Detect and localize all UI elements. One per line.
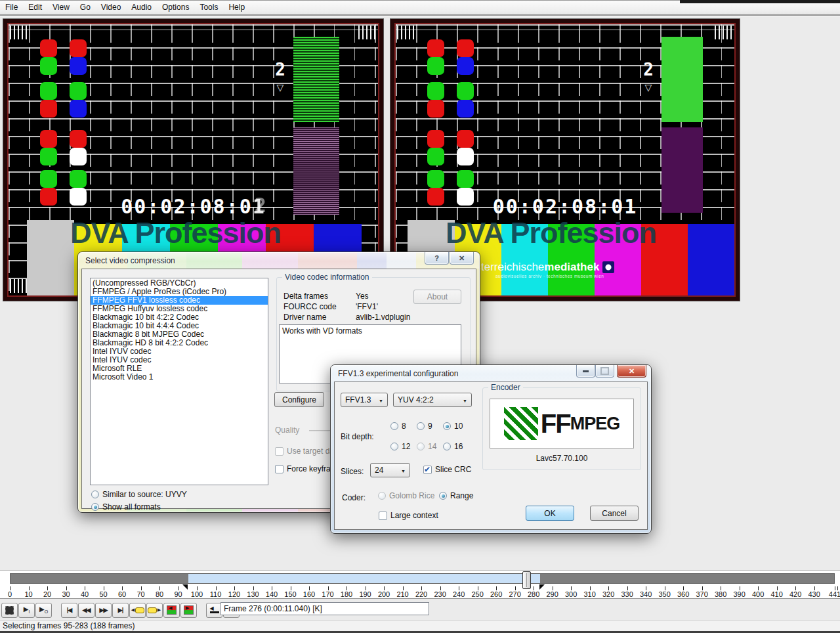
pattern-square: [427, 148, 444, 165]
pattern-square: [427, 39, 444, 57]
slices-dropdown[interactable]: 24▼: [370, 463, 410, 477]
radio-show-all-formats[interactable]: Show all formats: [91, 502, 161, 512]
next-scene-icon: ▶: [184, 605, 194, 615]
ruler-tick-label: 100: [191, 590, 203, 598]
play-output-icon: ▶O: [39, 606, 48, 614]
ruler-tick-label: 160: [303, 590, 315, 598]
menu-item-options[interactable]: Options: [157, 1, 194, 13]
pattern-square: [427, 82, 444, 100]
info-row: Delta framesYes: [284, 292, 328, 301]
pattern-square: [457, 170, 474, 188]
bit-depth-8-radio[interactable]: 8: [390, 422, 406, 431]
menu-item-tools[interactable]: Tools: [194, 1, 223, 13]
timeline-ruler: 0102030405060708090100110120130140150160…: [0, 570, 840, 599]
ffv1-config-dialog: FFV1.3 experimental configuration ✕ FFV1…: [330, 364, 652, 534]
ruler-tick-label: 300: [565, 590, 577, 598]
coder-golomb-rice-radio: Golomb Rice: [378, 491, 434, 500]
encoder-group: Encoder FF MPEG Lavc57.70.100: [482, 387, 641, 470]
selection-start-marker: [182, 584, 188, 590]
registration-mark-icon: [715, 26, 733, 39]
ruler-tick-label: 310: [583, 590, 595, 598]
checkbox-icon: [275, 447, 284, 456]
cancel-button[interactable]: Cancel: [590, 506, 639, 521]
maximize-icon: [595, 365, 614, 378]
bit-depth-16-radio[interactable]: 16: [443, 442, 463, 451]
watermark-thin: österreichische: [469, 261, 544, 273]
menu-item-audio[interactable]: Audio: [126, 1, 157, 13]
large-context-checkbox[interactable]: Large context: [379, 511, 438, 520]
pattern-square: [457, 39, 474, 57]
green-test-block: [662, 37, 703, 122]
configure-button[interactable]: Configure: [274, 392, 324, 407]
play-input-icon: ▶I: [24, 606, 30, 614]
ok-button[interactable]: OK: [526, 506, 574, 521]
bit-depth-12-radio[interactable]: 12: [390, 442, 410, 451]
checkbox-icon: [275, 465, 284, 473]
close-icon[interactable]: ✕: [450, 252, 474, 265]
dialog-title-bar[interactable]: Select video compression: [78, 252, 480, 269]
menu-item-help[interactable]: Help: [223, 1, 250, 13]
go-to-start-button[interactable]: |◀: [61, 603, 77, 618]
next-keyframe-button[interactable]: ▶: [146, 603, 163, 618]
countdown-number: 2: [274, 60, 287, 79]
menu-item-video[interactable]: Video: [96, 1, 126, 13]
slice-crc-checkbox[interactable]: Slice CRC: [423, 465, 471, 474]
info-row: FOURCC code'FFV1': [284, 302, 337, 311]
radio-icon: [417, 443, 425, 450]
pattern-square: [40, 82, 57, 100]
slices-label: Slices:: [341, 467, 364, 476]
stop-icon: [5, 606, 14, 615]
step-backward-button[interactable]: ◀◀: [78, 603, 94, 618]
colorspace-dropdown[interactable]: YUV 4:2:2▼: [393, 393, 472, 407]
chevron-down-icon: ▼: [379, 399, 383, 403]
quality-label: Quality: [275, 426, 299, 435]
bit-depth-10-radio[interactable]: 10: [443, 422, 463, 431]
prev-scene-button[interactable]: ◀: [163, 603, 180, 618]
pattern-square: [457, 82, 474, 100]
menu-item-file[interactable]: File: [0, 1, 23, 13]
pattern-square: [427, 57, 444, 75]
ruler-tick-label: 210: [396, 590, 408, 598]
green-test-block: [293, 37, 339, 122]
menu-item-view[interactable]: View: [47, 1, 75, 13]
help-button[interactable]: ?: [425, 252, 449, 265]
dialog-title: Select video compression: [85, 256, 175, 265]
play-input-button[interactable]: ▶I: [18, 603, 35, 618]
timeline-track[interactable]: [10, 573, 835, 584]
use-target-checkbox: Use target da: [275, 447, 334, 456]
coder-label: Coder:: [342, 493, 366, 502]
prev-keyframe-button[interactable]: ◀: [129, 603, 146, 618]
watermark: österreichischemediathek audiovisuelles …: [469, 261, 614, 278]
stop-button[interactable]: [1, 603, 18, 618]
ruler-tick-label: 441: [829, 590, 840, 598]
version-dropdown[interactable]: FFV1.3▼: [341, 393, 388, 407]
chevron-down-icon: ▼: [401, 469, 406, 473]
bit-depth-9-radio[interactable]: 9: [417, 422, 432, 431]
next-scene-button[interactable]: ▶: [180, 603, 197, 618]
play-output-button[interactable]: ▶O: [35, 603, 52, 618]
menu-item-edit[interactable]: Edit: [23, 1, 47, 13]
coder-range-radio[interactable]: Range: [439, 491, 473, 500]
group-title: Encoder: [488, 383, 523, 392]
ruler-tick-label: 0: [8, 590, 12, 598]
countdown-number: 2: [642, 60, 655, 79]
ruler-tick-label: 10: [24, 590, 32, 598]
timeline-position-thumb[interactable]: [522, 571, 531, 589]
go-to-end-button[interactable]: ▶|: [112, 603, 129, 618]
color-bar: [688, 224, 734, 295]
minimize-icon[interactable]: [576, 365, 595, 378]
pattern-square: [40, 130, 57, 148]
codec-listbox[interactable]: (Uncompressed RGB/YCbCr)FFMPEG / Apple P…: [90, 278, 268, 485]
codec-list-item[interactable]: Microsoft Video 1: [91, 373, 268, 382]
radio-similar-to-source[interactable]: Similar to source: UYVY: [91, 490, 187, 499]
gray-bar: [27, 220, 74, 295]
close-icon[interactable]: ✕: [617, 365, 646, 378]
menu-item-go[interactable]: Go: [75, 1, 96, 13]
registration-mark-icon: [397, 26, 415, 39]
force-keyframes-checkbox[interactable]: Force keyfram: [275, 464, 337, 473]
ruler-tick-label: 190: [359, 590, 371, 598]
ruler-tick-label: 330: [621, 590, 633, 598]
status-bar: Selecting frames 95-283 (188 frames): [0, 620, 840, 631]
step-forward-button[interactable]: ▶▶: [95, 603, 112, 618]
pattern-square: [40, 100, 57, 118]
